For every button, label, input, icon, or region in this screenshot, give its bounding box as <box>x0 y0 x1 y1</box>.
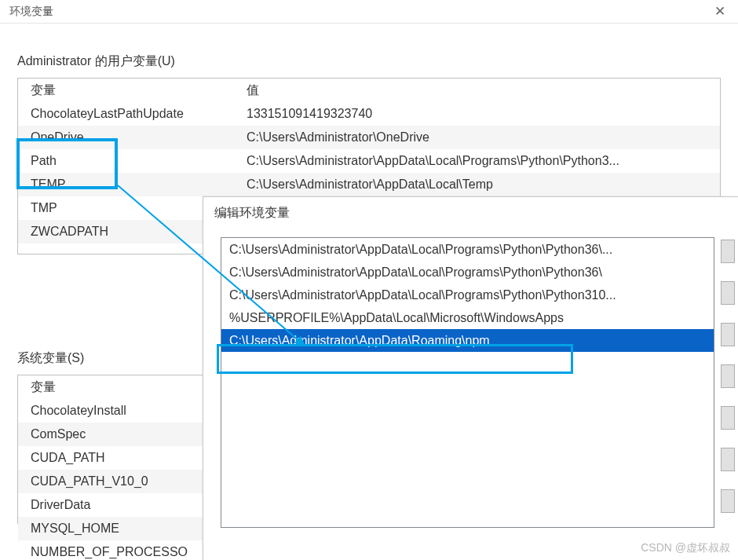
list-item-selected[interactable]: C:\Users\Administrator\AppData\Roaming\n… <box>221 329 714 352</box>
path-entries-listbox[interactable]: C:\Users\Administrator\AppData\Local\Pro… <box>221 237 714 528</box>
user-vars-header: 变量 值 <box>18 79 720 102</box>
table-row[interactable]: OneDrive C:\Users\Administrator\OneDrive <box>18 126 720 149</box>
table-row[interactable]: TEMP C:\Users\Administrator\AppData\Loca… <box>18 173 720 196</box>
var-value: C:\Users\Administrator\AppData\Local\Tem… <box>247 178 712 192</box>
var-name: OneDrive <box>31 130 247 145</box>
dialog-button[interactable] <box>721 240 735 263</box>
dialog-button[interactable] <box>721 406 735 430</box>
list-item[interactable]: %USERPROFILE%\AppData\Local\Microsoft\Wi… <box>221 306 714 329</box>
close-icon[interactable]: ✕ <box>710 3 730 20</box>
table-row[interactable]: Path C:\Users\Administrator\AppData\Loca… <box>18 149 720 173</box>
dialog-button[interactable] <box>721 323 735 346</box>
watermark: CSDN @虚坏叔叔 <box>641 541 730 555</box>
edit-dialog-body: C:\Users\Administrator\AppData\Local\Pro… <box>203 237 738 528</box>
var-value: 133151091419323740 <box>247 107 712 121</box>
window-title: 环境变量 <box>9 5 710 19</box>
var-name: Path <box>31 154 247 168</box>
col-header-name: 变量 <box>31 82 247 99</box>
table-row[interactable]: ChocolateyLastPathUpdate 133151091419323… <box>18 102 720 126</box>
col-header-value: 值 <box>247 82 712 99</box>
var-name: TEMP <box>31 178 247 192</box>
edit-buttons-column <box>714 237 738 528</box>
edit-env-dialog: 编辑环境变量 C:\Users\Administrator\AppData\Lo… <box>203 196 738 560</box>
titlebar: 环境变量 ✕ <box>0 0 738 24</box>
dialog-button[interactable] <box>721 448 735 471</box>
list-item[interactable]: C:\Users\Administrator\AppData\Local\Pro… <box>221 284 714 306</box>
var-value: C:\Users\Administrator\AppData\Local\Pro… <box>247 154 712 168</box>
dialog-button[interactable] <box>721 364 735 388</box>
list-item[interactable]: C:\Users\Administrator\AppData\Local\Pro… <box>221 238 714 261</box>
edit-dialog-title: 编辑环境变量 <box>203 197 738 237</box>
var-value: C:\Users\Administrator\OneDrive <box>247 130 712 145</box>
var-name: ChocolateyLastPathUpdate <box>31 107 247 121</box>
user-vars-label: Administrator 的用户变量(U) <box>17 53 721 70</box>
dialog-button[interactable] <box>721 281 735 305</box>
dialog-button[interactable] <box>721 489 735 513</box>
list-item[interactable]: C:\Users\Administrator\AppData\Local\Pro… <box>221 261 714 284</box>
